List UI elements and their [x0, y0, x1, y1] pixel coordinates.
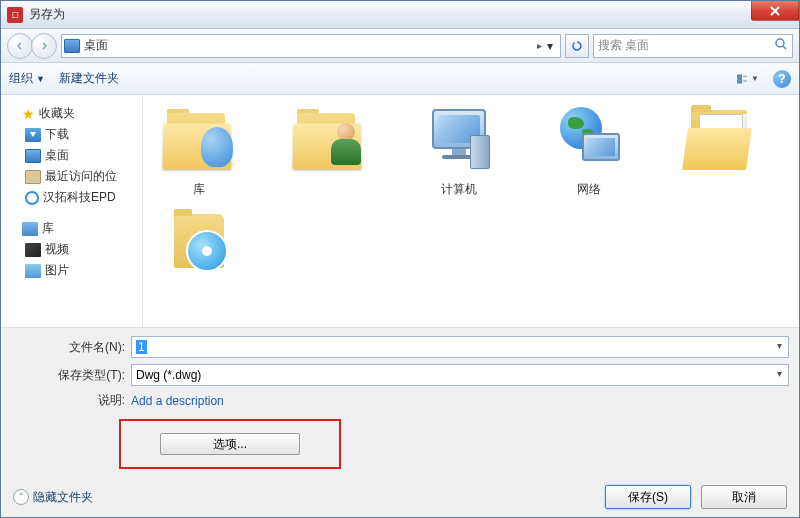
- file-item-open-folder[interactable]: [669, 101, 769, 198]
- sidebar-libraries-header[interactable]: 库: [5, 218, 138, 239]
- star-icon: ★: [22, 106, 35, 122]
- forward-button[interactable]: [31, 33, 57, 59]
- filename-label: 文件名(N):: [11, 339, 131, 356]
- sidebar-libraries: 库 视频 图片: [5, 218, 138, 281]
- highlight-box: 选项...: [119, 419, 341, 469]
- search-input[interactable]: 搜索 桌面: [593, 34, 793, 58]
- library-folder-icon: [161, 109, 237, 169]
- svg-point-0: [776, 39, 784, 47]
- file-item-network[interactable]: 网络: [539, 101, 639, 198]
- toolbar: 组织 ▼ 新建文件夹 ▼ ?: [1, 63, 799, 95]
- filename-input[interactable]: 1: [131, 336, 789, 358]
- save-button[interactable]: 保存(S): [605, 485, 691, 509]
- search-icon: [774, 37, 788, 54]
- video-icon: [25, 243, 41, 257]
- address-text: 桌面: [84, 37, 533, 54]
- sidebar-item-desktop[interactable]: 桌面: [5, 145, 138, 166]
- savetype-select[interactable]: Dwg (*.dwg): [131, 364, 789, 386]
- desktop-icon: [64, 39, 80, 53]
- sidebar-item-epd[interactable]: 汉拓科技EPD: [5, 187, 138, 208]
- window-title: 另存为: [29, 6, 65, 23]
- image-icon: [25, 264, 41, 278]
- sidebar-favorites-header[interactable]: ★ 收藏夹: [5, 103, 138, 124]
- refresh-button[interactable]: [565, 34, 589, 58]
- file-item-cd-folder[interactable]: [149, 206, 249, 286]
- savetype-value: Dwg (*.dwg): [136, 368, 201, 382]
- back-button[interactable]: [7, 33, 33, 59]
- close-button[interactable]: [751, 1, 799, 21]
- titlebar: ⬚ 另存为: [1, 1, 799, 29]
- navigation-bar: 桌面 ▸ ▾ 搜索 桌面: [1, 29, 799, 63]
- desktop-icon: [25, 149, 41, 163]
- window-controls: [751, 1, 799, 21]
- options-button[interactable]: 选项...: [160, 433, 300, 455]
- filename-value: 1: [136, 340, 147, 354]
- nav-back-forward: [7, 33, 57, 59]
- chevron-down-icon: ▼: [751, 74, 759, 83]
- cd-folder-icon: [164, 208, 234, 280]
- recent-icon: [25, 170, 41, 184]
- file-item-computer[interactable]: 计算机: [409, 101, 509, 198]
- description-link[interactable]: Add a description: [131, 394, 224, 408]
- library-icon: [22, 222, 38, 236]
- file-item-user[interactable]: [279, 101, 379, 198]
- bottom-panel: 文件名(N): 1 保存类型(T): Dwg (*.dwg) 说明: Add a…: [1, 327, 799, 477]
- chevron-down-icon: ▼: [36, 74, 45, 84]
- hide-folders-toggle[interactable]: ˄ 隐藏文件夹: [13, 489, 93, 506]
- sidebar: ★ 收藏夹 下载 桌面 最近访问的位 汉拓科技EPD 库 视频 图片: [1, 95, 143, 327]
- address-dropdown-icon[interactable]: ▾: [542, 39, 558, 53]
- description-label: 说明:: [11, 392, 131, 409]
- help-button[interactable]: ?: [773, 70, 791, 88]
- address-bar[interactable]: 桌面 ▸ ▾: [61, 34, 561, 58]
- new-folder-button[interactable]: 新建文件夹: [59, 70, 119, 87]
- sidebar-item-recent[interactable]: 最近访问的位: [5, 166, 138, 187]
- file-grid: 库 计算机 网络: [149, 101, 793, 286]
- view-mode-button[interactable]: ▼: [737, 70, 759, 88]
- cancel-button[interactable]: 取消: [701, 485, 787, 509]
- sidebar-favorites: ★ 收藏夹 下载 桌面 最近访问的位 汉拓科技EPD: [5, 103, 138, 208]
- app-icon: ⬚: [7, 7, 23, 23]
- sidebar-item-image[interactable]: 图片: [5, 260, 138, 281]
- collapse-icon: ˄: [13, 489, 29, 505]
- network-icon: [554, 107, 624, 171]
- organize-menu[interactable]: 组织 ▼: [9, 70, 45, 87]
- body-area: ★ 收藏夹 下载 桌面 最近访问的位 汉拓科技EPD 库 视频 图片: [1, 95, 799, 327]
- sidebar-item-video[interactable]: 视频: [5, 239, 138, 260]
- open-folder-icon: [681, 108, 757, 170]
- file-view[interactable]: 库 计算机 网络: [143, 95, 799, 327]
- save-as-dialog: ⬚ 另存为 桌面 ▸ ▾ 搜索 桌面: [0, 0, 800, 518]
- file-item-libraries[interactable]: 库: [149, 101, 249, 198]
- search-placeholder: 搜索 桌面: [598, 37, 649, 54]
- download-icon: [25, 128, 41, 142]
- epd-icon: [25, 191, 39, 205]
- svg-rect-1: [738, 74, 742, 77]
- sidebar-item-downloads[interactable]: 下载: [5, 124, 138, 145]
- user-folder-icon: [291, 109, 367, 169]
- footer: ˄ 隐藏文件夹 保存(S) 取消: [1, 477, 799, 517]
- savetype-label: 保存类型(T):: [11, 367, 131, 384]
- svg-rect-2: [738, 79, 742, 82]
- computer-icon: [424, 107, 494, 171]
